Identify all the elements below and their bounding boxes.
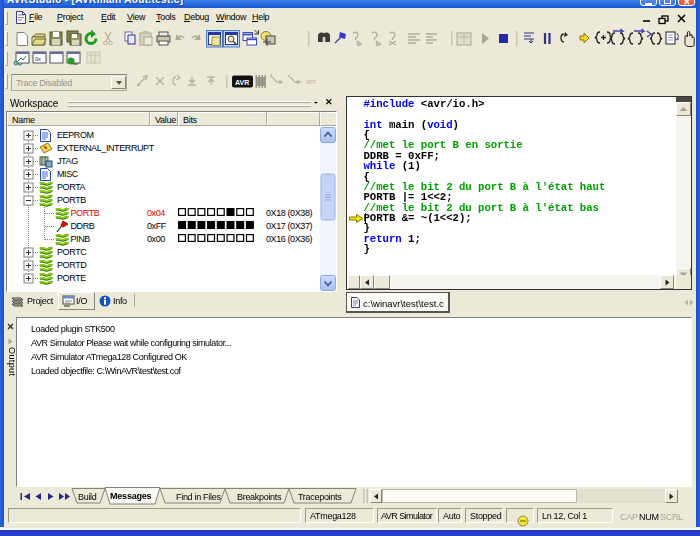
svg-text:AVR: AVR bbox=[235, 79, 249, 86]
svg-text:MITI: MITI bbox=[306, 79, 317, 85]
svg-text:0x: 0x bbox=[35, 56, 41, 62]
